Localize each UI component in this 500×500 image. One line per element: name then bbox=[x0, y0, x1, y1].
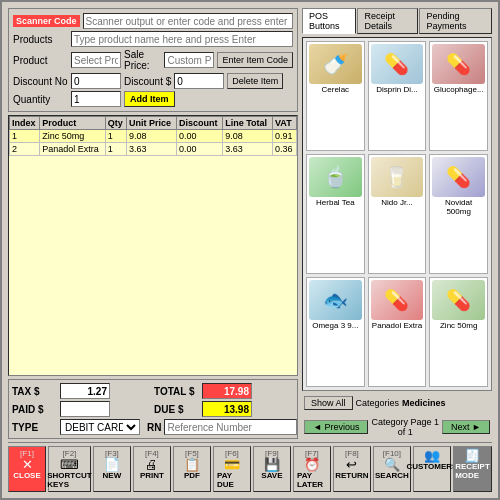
quantity-label: Quantity bbox=[13, 94, 68, 105]
tab-pending-payments[interactable]: Pending Payments bbox=[419, 8, 492, 34]
toolbar-button[interactable]: [F5] 📋 PDF bbox=[173, 446, 211, 492]
toolbar-button[interactable]: [F4] 🖨 PRINT bbox=[133, 446, 171, 492]
enter-item-code-button[interactable]: Enter Item Code bbox=[217, 52, 293, 68]
product-image: 🐟 bbox=[309, 280, 362, 320]
products-row: Products bbox=[13, 31, 293, 47]
product-label: Product bbox=[13, 55, 68, 66]
cell-line-total: 3.63 bbox=[223, 143, 273, 156]
product-image: 💊 bbox=[432, 157, 485, 197]
toolbar-button[interactable]: 🧾 RECEIPT MODE bbox=[453, 446, 492, 492]
items-table: Index Product Qty Unit Price Discount Li… bbox=[9, 116, 297, 156]
add-item-button[interactable]: Add Item bbox=[124, 91, 175, 107]
discount-row: Discount No Discount $ Delete Item bbox=[13, 73, 293, 89]
due-label: DUE $ bbox=[154, 404, 199, 415]
quantity-input[interactable] bbox=[71, 91, 121, 107]
tax-row: TAX $ 1.27 bbox=[12, 383, 152, 399]
total-row: TOTAL $ 17.98 bbox=[154, 383, 294, 399]
cell-vat: 0.36 bbox=[273, 143, 297, 156]
toolbar-label: PDF bbox=[184, 471, 200, 480]
product-grid-item[interactable]: 🍼 Cerelac bbox=[306, 41, 365, 151]
toolbar-icon: 📋 bbox=[184, 458, 200, 471]
delete-item-button[interactable]: Delete Item bbox=[227, 73, 283, 89]
product-grid-item[interactable]: 💊 Zinc 50mg bbox=[429, 277, 488, 387]
discount-no-input[interactable] bbox=[71, 73, 121, 89]
toolbar-label: SEARCH bbox=[375, 471, 409, 480]
form-area: Scanner Code Products Product Sale Price… bbox=[8, 8, 298, 112]
show-all-row: Show All Categories Medicines bbox=[302, 394, 492, 412]
product-name: Cerelac bbox=[322, 85, 350, 94]
tab-receipt-details[interactable]: Receipt Details bbox=[357, 8, 418, 34]
toolbar-button[interactable]: [F3] 📄 NEW bbox=[93, 446, 131, 492]
cell-unit-price: 3.63 bbox=[127, 143, 177, 156]
paid-value bbox=[60, 401, 110, 417]
tab-pos-buttons[interactable]: POS Buttons bbox=[302, 8, 356, 34]
toolbar-label: PAY DUE bbox=[217, 471, 247, 489]
product-grid-item[interactable]: 🐟 Omega 3 9... bbox=[306, 277, 365, 387]
categories-value: Medicines bbox=[402, 398, 446, 408]
cell-index: 1 bbox=[10, 130, 40, 143]
rn-input[interactable] bbox=[164, 419, 297, 435]
product-grid-item[interactable]: 🍵 Herbal Tea bbox=[306, 154, 365, 273]
product-image: 🍼 bbox=[309, 44, 362, 84]
sale-price-label: Sale Price: bbox=[124, 49, 161, 71]
scanner-input[interactable] bbox=[83, 13, 293, 29]
cell-index: 2 bbox=[10, 143, 40, 156]
product-row: Product Sale Price: Enter Item Code bbox=[13, 49, 293, 71]
product-grid-item[interactable]: 💊 Disprin Di... bbox=[368, 41, 427, 151]
toolbar-button[interactable]: [F8] ↩ RETURN bbox=[333, 446, 371, 492]
toolbar-button[interactable]: [F7] ⏰ PAY LATER bbox=[293, 446, 331, 492]
toolbar-icon: ↩ bbox=[346, 458, 357, 471]
toolbar-icon: 🧾 bbox=[464, 449, 480, 462]
toolbar-button[interactable]: [F6] 💳 PAY DUE bbox=[213, 446, 251, 492]
product-grid-item[interactable]: 💊 Glucophage... bbox=[429, 41, 488, 151]
prev-button[interactable]: ◄ Previous bbox=[304, 420, 368, 434]
product-grid-item[interactable]: 💊 Panadol Extra bbox=[368, 277, 427, 387]
scanner-row: Scanner Code bbox=[13, 13, 293, 29]
cell-vat: 0.91 bbox=[273, 130, 297, 143]
product-name: Novidat 500mg bbox=[432, 198, 485, 216]
scanner-label: Scanner Code bbox=[13, 15, 80, 27]
product-image: 🥛 bbox=[371, 157, 424, 197]
show-all-button[interactable]: Show All bbox=[304, 396, 353, 410]
cell-product: Zinc 50mg bbox=[40, 130, 105, 143]
discount-dollar-input[interactable] bbox=[174, 73, 224, 89]
col-discount: Discount bbox=[176, 117, 222, 130]
toolbar-button[interactable]: [F1] ✕ CLOSE bbox=[8, 446, 46, 492]
product-image: 💊 bbox=[371, 280, 424, 320]
cell-product: Panadol Extra bbox=[40, 143, 105, 156]
type-select[interactable]: DEBIT CARD CASH CREDIT CARD bbox=[60, 419, 140, 435]
type-label: TYPE bbox=[12, 422, 57, 433]
product-name: Panadol Extra bbox=[372, 321, 422, 330]
toolbar-icon: ⏰ bbox=[304, 458, 320, 471]
due-value: 13.98 bbox=[202, 401, 252, 417]
next-button[interactable]: Next ► bbox=[442, 420, 490, 434]
toolbar-button[interactable]: [F2] ⌨ SHORTCUT KEYS bbox=[48, 446, 91, 492]
toolbar-label: CLOSE bbox=[13, 471, 41, 480]
toolbar-label: SAVE bbox=[261, 471, 282, 480]
product-grid-item[interactable]: 💊 Novidat 500mg bbox=[429, 154, 488, 273]
toolbar-button[interactable]: [F10] 🔍 SEARCH bbox=[373, 446, 411, 492]
left-panel: Scanner Code Products Product Sale Price… bbox=[8, 8, 298, 439]
toolbar-icon: 💾 bbox=[264, 458, 280, 471]
type-row: TYPE DEBIT CARD CASH CREDIT CARD RN bbox=[12, 419, 294, 435]
product-grid-item[interactable]: 🥛 Nido Jr... bbox=[368, 154, 427, 273]
paid-row: PAID $ bbox=[12, 401, 152, 417]
select-product-input[interactable] bbox=[71, 52, 121, 68]
toolbar-label: PAY LATER bbox=[297, 471, 327, 489]
toolbar-button[interactable]: [F9] 💾 SAVE bbox=[253, 446, 291, 492]
col-unit-price: Unit Price bbox=[127, 117, 177, 130]
sale-price-input[interactable] bbox=[164, 52, 214, 68]
total-value: 17.98 bbox=[202, 383, 252, 399]
products-input[interactable] bbox=[71, 31, 293, 47]
product-image: 💊 bbox=[432, 280, 485, 320]
toolbar-icon: 👥 bbox=[424, 449, 440, 462]
cell-qty: 1 bbox=[105, 130, 126, 143]
right-panel: POS Buttons Receipt Details Pending Paym… bbox=[302, 8, 492, 439]
table-row[interactable]: 1 Zinc 50mg 1 9.08 0.00 9.08 0.91 bbox=[10, 130, 297, 143]
toolbar-label: PRINT bbox=[140, 471, 164, 480]
cell-discount: 0.00 bbox=[176, 143, 222, 156]
toolbar-button[interactable]: 👥 CUSTOMERS bbox=[413, 446, 451, 492]
tax-label: TAX $ bbox=[12, 386, 57, 397]
col-product: Product bbox=[40, 117, 105, 130]
table-row[interactable]: 2 Panadol Extra 1 3.63 0.00 3.63 0.36 bbox=[10, 143, 297, 156]
